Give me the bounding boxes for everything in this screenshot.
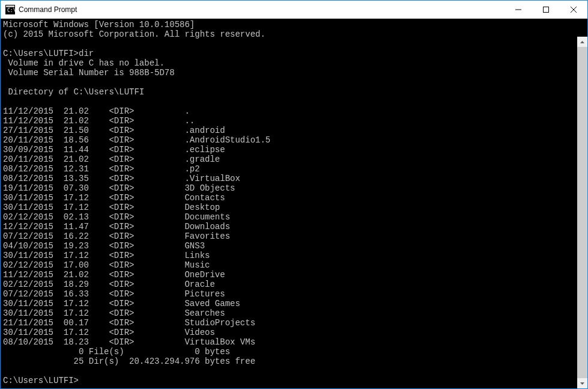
vertical-scrollbar[interactable] xyxy=(577,37,587,388)
scroll-track[interactable] xyxy=(577,47,587,378)
titlebar[interactable]: C:\ Command Prompt xyxy=(1,1,587,19)
svg-rect-1 xyxy=(6,5,14,7)
close-button[interactable] xyxy=(560,1,587,19)
header-line-1: Microsoft Windows [Version 10.0.10586] xyxy=(3,20,195,29)
prompt-path-2: C:\Users\LUTFI> xyxy=(3,376,79,385)
svg-marker-8 xyxy=(580,382,584,385)
window-controls xyxy=(505,1,587,19)
volume-label: Volume in drive C has no label. xyxy=(3,58,165,68)
minimize-button[interactable] xyxy=(505,1,532,19)
volume-serial: Volume Serial Number is 988B-5D78 xyxy=(3,68,175,78)
svg-marker-7 xyxy=(580,41,584,43)
command-text: dir xyxy=(79,49,94,58)
terminal-output[interactable]: Microsoft Windows [Version 10.0.10586] (… xyxy=(1,19,587,388)
scroll-up-button[interactable] xyxy=(577,37,587,47)
summary-files: 0 File(s) 0 bytes xyxy=(3,347,230,357)
scroll-down-button[interactable] xyxy=(577,378,587,388)
header-line-2: (c) 2015 Microsoft Corporation. All righ… xyxy=(3,29,265,39)
scroll-thumb[interactable] xyxy=(577,47,587,378)
window-title: Command Prompt xyxy=(19,5,505,14)
directory-header: Directory of C:\Users\LUTFI xyxy=(3,87,144,97)
cursor xyxy=(79,377,83,385)
summary-dirs: 25 Dir(s) 20.423.294.976 bytes free xyxy=(3,357,255,366)
command-prompt-window: C:\ Command Prompt Microsoft Windows [Ve… xyxy=(0,0,588,389)
svg-rect-4 xyxy=(544,7,549,13)
directory-listing: 11/12/2015 21.02 <DIR> . 11/12/2015 21.0… xyxy=(3,106,270,347)
svg-text:C:\: C:\ xyxy=(7,8,15,13)
command-prompt-icon: C:\ xyxy=(5,5,15,14)
maximize-button[interactable] xyxy=(532,1,560,19)
prompt-path: C:\Users\LUTFI> xyxy=(3,49,79,58)
